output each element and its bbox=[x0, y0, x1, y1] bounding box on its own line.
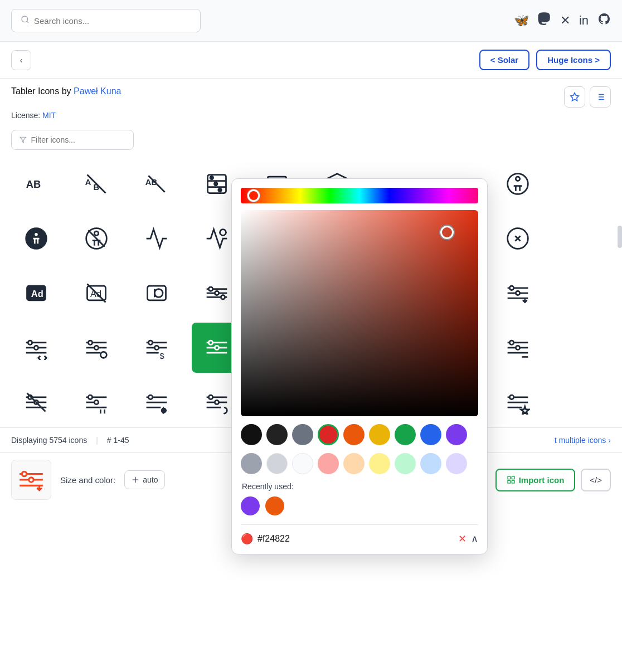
icon-adjustments-code[interactable] bbox=[11, 323, 61, 373]
icon-adjustments-down[interactable] bbox=[493, 268, 543, 318]
svg-point-118 bbox=[215, 400, 218, 404]
recent-orange[interactable] bbox=[265, 496, 284, 515]
svg-point-39 bbox=[208, 287, 212, 291]
svg-point-18 bbox=[214, 182, 217, 186]
swatch-light-blue[interactable] bbox=[420, 453, 441, 474]
icon-accessible[interactable] bbox=[493, 213, 543, 264]
swatch-light-gray1[interactable] bbox=[241, 453, 262, 474]
swatch-yellow[interactable] bbox=[369, 424, 390, 445]
bottom-actions: Import icon </> bbox=[495, 469, 611, 491]
swatch-green[interactable] bbox=[395, 424, 416, 445]
hex-chevron-up[interactable]: ∧ bbox=[471, 533, 478, 545]
filter-icon bbox=[20, 136, 26, 144]
title-actions bbox=[564, 86, 611, 108]
swatch-purple[interactable] bbox=[446, 424, 467, 445]
solar-button[interactable]: < Solar bbox=[479, 50, 529, 70]
favorites-button[interactable] bbox=[564, 86, 585, 108]
icon-accessibility-off[interactable] bbox=[71, 213, 122, 264]
svg-point-63 bbox=[88, 340, 92, 344]
color-gradient[interactable] bbox=[241, 210, 478, 416]
code-button[interactable]: </> bbox=[581, 469, 611, 491]
icon-ad-circle[interactable] bbox=[132, 268, 182, 318]
displaying-text: Displaying 5754 icons bbox=[11, 436, 87, 445]
license-link[interactable]: MIT bbox=[42, 111, 56, 120]
svg-point-125 bbox=[509, 395, 513, 399]
mastodon-icon[interactable] bbox=[538, 12, 551, 29]
back-button[interactable]: ‹ bbox=[11, 50, 31, 70]
icon-adjustments-dollar[interactable]: $ bbox=[132, 323, 182, 373]
size-selector[interactable]: auto bbox=[124, 470, 165, 489]
svg-rect-140 bbox=[512, 476, 514, 479]
swatch-orange[interactable] bbox=[343, 424, 365, 445]
filter-button[interactable] bbox=[590, 86, 611, 108]
author-link[interactable]: Paweł Kuna bbox=[74, 86, 121, 96]
scrollbar[interactable] bbox=[618, 159, 622, 427]
svg-rect-139 bbox=[508, 476, 511, 479]
github-icon[interactable] bbox=[597, 12, 611, 29]
icon-ad-off[interactable]: Ad bbox=[71, 268, 122, 318]
hex-clear-button[interactable]: ✕ bbox=[458, 533, 466, 545]
icon-adjustments-cog[interactable] bbox=[71, 323, 122, 373]
swatch-red[interactable] bbox=[318, 424, 339, 445]
gradient-thumb[interactable] bbox=[440, 226, 454, 239]
icon-activity[interactable] bbox=[132, 213, 182, 264]
multiple-icons-link[interactable]: t multiple icons › bbox=[555, 436, 611, 445]
color-picker: Recently used: 🔴 ✕ ∧ bbox=[231, 178, 488, 554]
svg-point-81 bbox=[215, 345, 218, 349]
swatch-light-orange[interactable] bbox=[343, 453, 365, 474]
icon-adj-star[interactable] bbox=[493, 377, 543, 427]
filter-box[interactable] bbox=[11, 130, 134, 150]
swatch-blue[interactable] bbox=[420, 424, 441, 445]
swatch-gray[interactable] bbox=[292, 424, 313, 445]
icon-adj-pin[interactable] bbox=[132, 377, 182, 427]
x-icon[interactable]: ✕ bbox=[560, 13, 570, 28]
swatch-light-green[interactable] bbox=[395, 453, 416, 474]
title-text: Tabler Icons by Paweł Kuna bbox=[11, 86, 121, 96]
svg-point-131 bbox=[22, 471, 26, 476]
filter-row bbox=[0, 128, 622, 159]
icon-adj-off[interactable] bbox=[11, 377, 61, 427]
svg-point-40 bbox=[215, 291, 218, 295]
icon-ab[interactable]: AB bbox=[11, 159, 61, 209]
swatch-black[interactable] bbox=[241, 424, 262, 445]
svg-point-70 bbox=[100, 352, 106, 358]
status-left: Displaying 5754 icons | # 1-45 bbox=[11, 436, 129, 445]
recent-purple[interactable] bbox=[241, 496, 260, 515]
icon-ab-off[interactable]: A B bbox=[71, 159, 122, 209]
icon-adjustments-minus[interactable] bbox=[493, 323, 543, 373]
hue-thumb[interactable] bbox=[247, 189, 260, 202]
swatch-dark[interactable] bbox=[266, 424, 288, 445]
icon-accessibility[interactable] bbox=[493, 159, 543, 209]
swatch-white[interactable] bbox=[292, 453, 313, 474]
huge-icons-button[interactable]: Huge Icons > bbox=[536, 50, 611, 70]
scrollbar-thumb[interactable] bbox=[618, 226, 622, 248]
butterfly-icon[interactable]: 🦋 bbox=[514, 13, 529, 28]
dropper-icon[interactable]: 🔴 bbox=[241, 533, 253, 545]
svg-marker-1 bbox=[571, 93, 579, 101]
filter-input[interactable] bbox=[31, 135, 125, 144]
linkedin-icon[interactable]: in bbox=[579, 13, 589, 28]
search-input[interactable] bbox=[34, 16, 191, 26]
header: 🦋 ✕ in bbox=[0, 0, 622, 42]
icon-ab-slash[interactable]: AB bbox=[132, 159, 182, 209]
svg-point-19 bbox=[218, 188, 222, 192]
svg-point-56 bbox=[28, 340, 32, 344]
svg-point-73 bbox=[154, 345, 158, 349]
swatch-light-red[interactable] bbox=[318, 453, 339, 474]
hex-input[interactable] bbox=[257, 534, 454, 544]
size-value: auto bbox=[143, 475, 158, 484]
svg-line-28 bbox=[88, 230, 104, 246]
icon-adj-pause[interactable] bbox=[71, 377, 122, 427]
icon-accessibility-filled[interactable] bbox=[11, 213, 61, 264]
search-box[interactable] bbox=[11, 9, 201, 32]
svg-point-0 bbox=[22, 16, 28, 22]
hue-bar[interactable] bbox=[241, 188, 478, 203]
svg-point-25 bbox=[35, 233, 38, 236]
import-button[interactable]: Import icon bbox=[495, 469, 576, 491]
swatch-light-gray2[interactable] bbox=[266, 453, 288, 474]
title-block: Tabler Icons by Paweł Kuna bbox=[11, 86, 121, 96]
swatch-light-purple[interactable] bbox=[446, 453, 467, 474]
icon-ad[interactable]: Ad bbox=[11, 268, 61, 318]
svg-point-111 bbox=[148, 395, 152, 399]
swatch-light-yellow[interactable] bbox=[369, 453, 390, 474]
